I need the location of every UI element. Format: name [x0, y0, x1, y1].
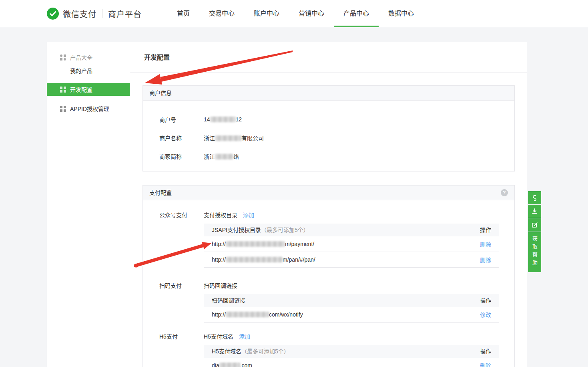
nav-item-products-active[interactable]: 产品中心 [343, 0, 369, 27]
page-title-row: 开发配置 [130, 42, 527, 73]
sidebar-group-products[interactable]: 产品大全 [47, 51, 130, 64]
redacted-text [215, 154, 233, 159]
merchant-id-value: 1412 [204, 116, 242, 123]
h5-domain-label: H5支付域名 [204, 333, 233, 341]
merchant-info-box: 商户信息 商户号 1412 商户名称 浙江有限公司 商家简称 [142, 85, 515, 171]
nav-item-marketing[interactable]: 营销中心 [299, 0, 324, 27]
appid-grid-icon [60, 106, 66, 112]
brand-name: 微信支付 [63, 8, 96, 20]
wechat-pay-logo-icon [47, 8, 59, 20]
sidebar: 产品大全 我的产品 开发配置 APPID授权管理 [47, 42, 130, 367]
edit-icon [531, 221, 538, 229]
sidebar-group-label: 产品大全 [70, 53, 92, 61]
native-pay-label: 扫码支付 [159, 282, 182, 290]
auth-dir-url: http://m/pan/#/pan/ [212, 256, 315, 263]
merchant-info-rows: 商户号 1412 商户名称 浙江有限公司 商家简称 浙江络 [143, 101, 514, 165]
nav-item-data[interactable]: 数据中心 [388, 0, 414, 27]
h5-domain: dia.com [212, 362, 252, 367]
logo-divider [102, 9, 102, 18]
download-icon [531, 208, 538, 215]
sidebar-item-appid-auth[interactable]: APPID授权管理 [47, 102, 130, 115]
callback-url: http://com/wx/notify [212, 311, 303, 318]
merchant-shortname-value: 浙江络 [204, 152, 239, 160]
op-column-header: 操作 [480, 294, 491, 307]
redacted-text [226, 312, 269, 317]
h5-table-header: H5支付域名（最多可添加5个） 操作 [204, 345, 499, 358]
delete-link[interactable]: 删除 [480, 361, 491, 367]
callback-url-label: 扫码回调链接 [204, 282, 237, 290]
native-sub-row: 扫码回调链接 [204, 282, 237, 290]
merchant-name-value: 浙江有限公司 [204, 134, 264, 142]
page-title: 开发配置 [144, 42, 170, 73]
content-card: 产品大全 我的产品 开发配置 APPID授权管理 开发配置 商户信息 商户号 [47, 42, 527, 367]
jsapi-table-header: JSAPI支付授权目录（最多可添加5个） 操作 [204, 224, 499, 236]
redacted-text [219, 363, 240, 367]
link-icon-button[interactable] [528, 191, 541, 204]
nav-item-home[interactable]: 首页 [177, 0, 190, 27]
jsapi-sub-row: 支付授权目录 添加 [204, 211, 254, 219]
jsapi-auth-dir-table: JSAPI支付授权目录（最多可添加5个） 操作 http://m/payment… [204, 224, 499, 268]
auth-dir-url: http://m/payment/ [212, 241, 314, 247]
payment-config-header: 支付配置 ? [143, 186, 514, 200]
native-callback-table: 扫码回调链接 操作 http://com/wx/notify 修改 [204, 294, 499, 323]
nav-item-account[interactable]: 账户中心 [254, 0, 279, 27]
op-column-header: 操作 [480, 224, 491, 236]
h5-pay-label: H5支付 [159, 333, 178, 341]
add-auth-dir-link[interactable]: 添加 [243, 211, 254, 219]
get-help-label: 获取帮助 [528, 236, 541, 268]
feedback-edit-button[interactable] [528, 218, 541, 232]
merchant-name-row: 商户名称 浙江有限公司 [143, 129, 514, 147]
floating-toolbar: 获取帮助 [528, 191, 541, 272]
redacted-text [215, 135, 241, 141]
merchant-id-row: 商户号 1412 [143, 110, 514, 129]
payment-config-box: 支付配置 ? 公众号支付 支付授权目录 添加 JSAPI支付授权目录（最多可添加… [142, 185, 515, 367]
merchant-id-label: 商户号 [159, 115, 204, 123]
dev-config-grid-icon [60, 87, 66, 93]
get-help-button[interactable]: 获取帮助 [528, 232, 541, 272]
merchant-shortname-label: 商家简称 [159, 152, 204, 160]
native-table-header: 扫码回调链接 操作 [204, 294, 499, 307]
op-column-header: 操作 [480, 345, 491, 358]
sidebar-item-dev-config[interactable]: 开发配置 [47, 83, 130, 96]
top-navbar: 微信支付 商户平台 首页 交易中心 账户中心 营销中心 产品中心 数据中心 [0, 0, 588, 27]
logo: 微信支付 商户平台 [47, 0, 142, 27]
modify-link[interactable]: 修改 [480, 311, 491, 319]
main-panel: 开发配置 商户信息 商户号 1412 商户名称 浙江有限公司 [130, 42, 527, 367]
delete-link[interactable]: 删除 [480, 256, 491, 264]
redacted-text [210, 117, 236, 122]
auth-dir-row: http://m/pan/#/pan/ 删除 [204, 252, 499, 268]
redacted-text [226, 257, 283, 262]
delete-link[interactable]: 删除 [480, 240, 491, 248]
nav-item-transactions[interactable]: 交易中心 [209, 0, 235, 27]
product-grid-icon [60, 54, 66, 60]
help-question-icon[interactable]: ? [501, 189, 508, 196]
download-button[interactable] [528, 205, 541, 218]
auth-dir-label: 支付授权目录 [204, 211, 237, 219]
add-h5-domain-link[interactable]: 添加 [239, 333, 250, 341]
sidebar-item-my-products[interactable]: 我的产品 [47, 64, 130, 77]
product-name: 商户平台 [108, 8, 142, 20]
redacted-text [226, 241, 285, 247]
callback-url-row: http://com/wx/notify 修改 [204, 307, 499, 323]
jsapi-pay-label: 公众号支付 [159, 211, 187, 219]
link-icon [531, 194, 538, 202]
auth-dir-row: http://m/payment/ 删除 [204, 236, 499, 252]
h5-domain-table: H5支付域名（最多可添加5个） 操作 dia.com 删除 [204, 345, 499, 367]
main-nav: 首页 交易中心 账户中心 营销中心 产品中心 数据中心 [177, 0, 414, 27]
h5-domain-row: dia.com 删除 [204, 358, 499, 367]
merchant-shortname-row: 商家简称 浙江络 [143, 147, 514, 165]
h5-sub-row: H5支付域名 添加 [204, 333, 250, 341]
merchant-name-label: 商户名称 [159, 134, 204, 142]
merchant-info-header: 商户信息 [143, 86, 514, 101]
